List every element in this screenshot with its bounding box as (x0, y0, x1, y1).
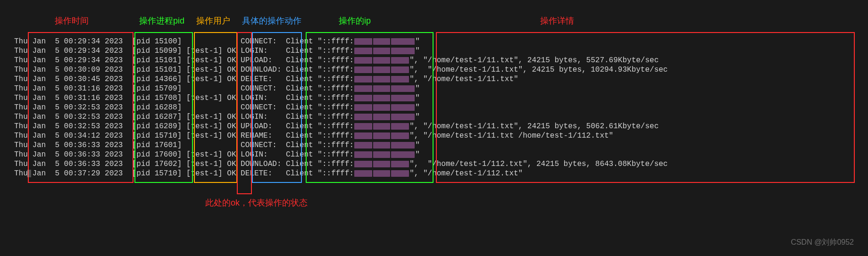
log-day: Thu (14, 150, 32, 159)
log-row: Thu Jan 5 00:30:45 2023 [pid 14366] [tes… (14, 74, 668, 84)
redacted-ip-segment (354, 38, 372, 45)
log-user: [test-1] (186, 56, 227, 65)
text-cursor (27, 170, 31, 177)
log-timestamp: Jan 5 00:34:12 2023 (32, 132, 132, 140)
redacted-ip-segment (354, 85, 372, 92)
log-status (227, 37, 241, 46)
log-pid: [pid 15100] (132, 37, 186, 46)
log-client-prefix: Client "::ffff: (286, 160, 354, 168)
log-detail: "/home/test-1/11.txt /home/test-1/112.tx… (423, 132, 613, 140)
log-client-suffix: " (415, 103, 420, 112)
log-row: Thu Jan 5 00:34:12 2023 [pid 15710] [tes… (14, 131, 668, 140)
log-pid: [pid 15101] (132, 56, 186, 65)
log-pid: [pid 17600] (132, 150, 186, 159)
log-detail: "/home/test-1/11.txt", 24215 bytes, 5062… (423, 122, 659, 131)
log-timestamp: Jan 5 00:37:29 2023 (32, 169, 132, 178)
redacted-ip-segment (373, 170, 390, 177)
log-client-suffix: ", (409, 66, 418, 74)
log-row: Thu Jan 5 00:30:09 2023 [pid 15101] [tes… (14, 65, 668, 74)
redacted-ip-segment (391, 151, 415, 158)
redacted-ip-segment (354, 151, 372, 158)
log-row: Thu Jan 5 00:36:33 2023 [pid 17601] CONN… (14, 140, 668, 150)
log-action: DOWNLOAD: (241, 66, 286, 74)
log-status: OK (227, 66, 241, 74)
log-client-prefix: Client "::ffff: (286, 66, 354, 74)
redacted-ip-segment (373, 48, 390, 54)
redacted-ip-segment (391, 48, 415, 54)
log-user: [test-1] (186, 122, 227, 131)
redacted-ip-segment (354, 114, 372, 120)
log-client-suffix: ", (409, 75, 418, 83)
log-status (227, 141, 241, 149)
label-time: 操作时间 (55, 15, 89, 26)
log-day: Thu (14, 103, 32, 112)
redacted-ip-segment (391, 95, 415, 101)
redacted-ip-segment (354, 123, 372, 130)
log-user: [test-1] (186, 169, 227, 178)
footnote-ok-status: 此处的ok，代表操作的状态 (205, 197, 308, 208)
log-pid: [pid 16287] (132, 113, 186, 121)
log-client-suffix: ", (409, 122, 418, 131)
redacted-ip-segment (354, 57, 372, 64)
log-timestamp: Jan 5 00:36:33 2023 (32, 150, 132, 159)
redacted-ip-segment (354, 48, 372, 54)
log-action: CONNECT: (241, 103, 286, 112)
log-action: LOGIN: (241, 113, 286, 121)
log-detail: "/home/test-1/11.txt" (423, 75, 518, 83)
log-user (186, 37, 227, 46)
redacted-ip-segment (373, 66, 390, 73)
log-client-suffix: " (415, 37, 420, 46)
log-day: Thu (14, 122, 32, 131)
log-row: Thu Jan 5 00:29:34 2023 [pid 15099] [tes… (14, 46, 668, 56)
log-user: [test-1] (186, 113, 227, 121)
log-status: OK (227, 47, 241, 55)
log-client-suffix: ", (409, 132, 418, 140)
redacted-ip-segment (373, 38, 390, 45)
log-timestamp: Jan 5 00:31:16 2023 (32, 94, 132, 102)
log-client-suffix: ", (409, 169, 418, 178)
log-client-prefix: Client "::ffff: (286, 103, 354, 112)
log-day: Thu (14, 160, 32, 168)
log-client-prefix: Client "::ffff: (286, 56, 354, 65)
log-user: [test-1] (186, 160, 227, 168)
log-timestamp: Jan 5 00:30:45 2023 (32, 75, 132, 83)
log-user: [test-1] (186, 132, 227, 140)
redacted-ip-segment (354, 95, 372, 101)
log-day: Thu (14, 66, 32, 74)
redacted-ip-segment (373, 132, 390, 139)
log-user: [test-1] (186, 47, 227, 55)
log-action: DELETE: (241, 169, 286, 178)
log-client-suffix: " (415, 113, 420, 121)
log-timestamp: Jan 5 00:32:53 2023 (32, 113, 132, 121)
log-detail: "/home/test-1/11.txt", 24215 bytes, 1029… (423, 66, 668, 74)
redacted-ip-segment (354, 161, 372, 167)
log-row: Thu Jan 5 00:32:53 2023 [pid 16289] [tes… (14, 122, 668, 131)
log-row: Thu Jan 5 00:37:29 2023 [pid 15710] [tes… (14, 169, 668, 178)
log-row: Thu Jan 5 00:32:53 2023 [pid 16287] [tes… (14, 112, 668, 122)
log-timestamp: Jan 5 00:32:53 2023 (32, 122, 132, 131)
log-action: RENAME: (241, 132, 286, 140)
log-user (186, 84, 227, 93)
log-client-prefix: Client "::ffff: (286, 37, 354, 46)
screenshot-root: { "labels": { "time": { "text": "操作时间", … (0, 0, 868, 256)
redacted-ip-segment (354, 132, 372, 139)
log-spacer (418, 132, 423, 140)
log-timestamp: Jan 5 00:29:34 2023 (32, 37, 132, 46)
log-day: Thu (14, 84, 32, 93)
redacted-ip-segment (391, 76, 409, 83)
log-day: Thu (14, 47, 32, 55)
log-spacer (418, 169, 423, 178)
log-client-prefix: Client "::ffff: (286, 94, 354, 102)
redacted-ip-segment (373, 104, 390, 111)
log-client-suffix: " (415, 94, 420, 102)
redacted-ip-segment (373, 114, 390, 120)
log-timestamp: Jan 5 00:32:53 2023 (32, 103, 132, 112)
redacted-ip-segment (354, 66, 372, 73)
log-pid: [pid 16289] (132, 122, 186, 131)
redacted-ip-segment (373, 123, 390, 130)
log-day: Thu (14, 113, 32, 121)
redacted-ip-segment (373, 57, 390, 64)
log-row: Thu Jan 5 00:29:34 2023 [pid 15101] [tes… (14, 56, 668, 65)
log-day: Thu (14, 141, 32, 149)
redacted-ip-segment (391, 114, 415, 120)
